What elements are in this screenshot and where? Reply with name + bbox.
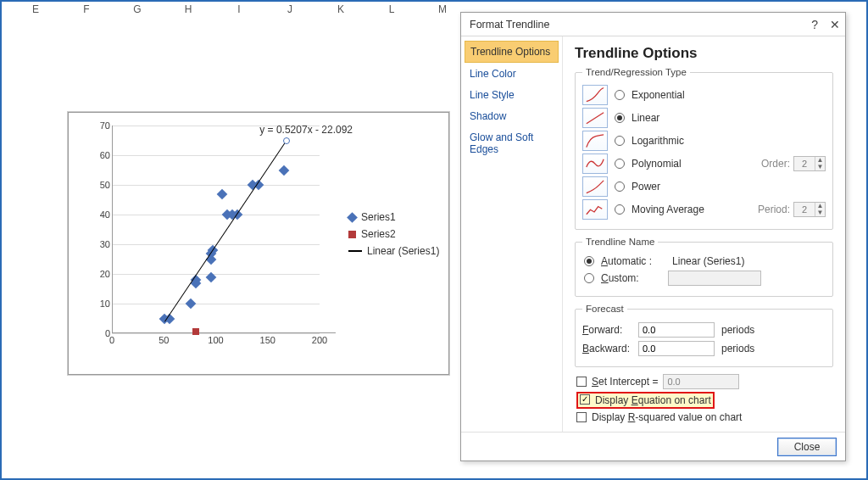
series1-point[interactable] — [186, 299, 197, 310]
legend-item-series2[interactable]: Series2 — [348, 228, 442, 240]
x-tick: 50 — [159, 335, 169, 345]
name-custom-label: Custom: — [601, 272, 639, 284]
radio-exponential[interactable] — [615, 90, 625, 100]
display-equation-row[interactable]: Display Equation on chart — [576, 392, 833, 409]
type-linear[interactable]: Linear — [582, 108, 826, 128]
radio-moving-average[interactable] — [615, 204, 625, 215]
logarithmic-icon — [582, 131, 608, 151]
dialog-titlebar[interactable]: Format Trendline ? ✕ — [461, 13, 845, 36]
exponential-icon — [582, 85, 608, 105]
col-K[interactable]: K — [315, 3, 366, 20]
period-spinner[interactable]: ▲▼ — [793, 202, 826, 217]
period-label: Period: — [758, 204, 790, 215]
chart-legend[interactable]: Series1 Series2 Linear (Series1) — [348, 206, 442, 262]
regression-type-legend: Trend/Regression Type — [582, 67, 690, 77]
col-F[interactable]: F — [61, 3, 112, 20]
radio-polynomial[interactable] — [615, 159, 625, 169]
svg-line-0 — [587, 113, 604, 124]
radio-name-custom[interactable] — [584, 273, 594, 283]
forecast-backward-unit: periods — [721, 343, 754, 354]
nav-trendline-options[interactable]: Trendline Options — [465, 41, 559, 63]
type-exponential[interactable]: Exponential — [582, 85, 826, 105]
y-tick: 40 — [90, 209, 110, 220]
dialog-title: Format Trendline — [470, 13, 549, 36]
set-intercept-row[interactable]: Set Intercept = — [576, 374, 833, 389]
set-intercept-label: Set Intercept = — [592, 376, 658, 388]
col-I[interactable]: I — [214, 3, 264, 20]
x-tick: 0 — [109, 335, 114, 345]
spreadsheet-column-headers: E F G H I J K L M — [10, 3, 468, 20]
series1-point[interactable] — [216, 188, 227, 199]
order-spinner[interactable]: ▲▼ — [793, 156, 826, 171]
forecast-group: Forecast Forward: periods Backward: peri… — [575, 304, 833, 367]
y-tick: 30 — [90, 239, 110, 249]
linear-icon — [582, 108, 608, 128]
type-moving-average[interactable]: Moving Average Period: ▲▼ — [582, 199, 826, 220]
moving-average-icon — [582, 199, 608, 220]
forecast-forward-label: Forward: — [582, 324, 632, 336]
x-tick: 100 — [208, 335, 223, 345]
nav-line-style[interactable]: Line Style — [465, 85, 559, 105]
trendline-endpoint[interactable] — [283, 137, 290, 144]
series1-point[interactable] — [279, 165, 290, 176]
legend-item-trendline[interactable]: Linear (Series1) — [348, 245, 442, 257]
checkbox-display-r2[interactable] — [576, 412, 587, 422]
polynomial-icon — [582, 153, 608, 174]
x-tick: 150 — [260, 335, 275, 345]
forecast-backward-label: Backward: — [582, 343, 632, 354]
nav-shadow[interactable]: Shadow — [465, 106, 559, 126]
order-label: Order: — [761, 158, 790, 170]
display-equation-label: Display Equation on chart — [595, 394, 711, 406]
trendline-equation-label[interactable]: y = 0.5207x - 22.092 — [259, 124, 353, 136]
forecast-forward-input[interactable] — [638, 322, 715, 338]
radio-name-automatic[interactable] — [584, 256, 594, 266]
embedded-chart[interactable]: 010203040506070 y = 0.5207x - 22.092 050… — [68, 112, 449, 375]
type-logarithmic[interactable]: Logarithmic — [582, 131, 826, 151]
trendline-name-group: Trendline Name Automatic : Linear (Serie… — [575, 237, 833, 297]
nav-line-color[interactable]: Line Color — [465, 64, 559, 84]
radio-logarithmic[interactable] — [615, 136, 625, 146]
y-tick: 70 — [90, 120, 110, 131]
chart-plot-area[interactable]: 010203040506070 y = 0.5207x - 22.092 050… — [90, 126, 336, 350]
dialog-nav: Trendline Options Line Color Line Style … — [461, 36, 563, 432]
format-trendline-dialog: Format Trendline ? ✕ Trendline Options L… — [460, 12, 846, 461]
set-intercept-input[interactable] — [663, 374, 739, 389]
help-icon[interactable]: ? — [811, 13, 818, 36]
dialog-pane: Trendline Options Trend/Regression Type … — [563, 36, 845, 432]
forecast-forward-unit: periods — [721, 324, 754, 336]
col-H[interactable]: H — [163, 3, 214, 20]
col-G[interactable]: G — [112, 3, 163, 20]
plot-inner: y = 0.5207x - 22.092 — [112, 126, 336, 333]
y-axis: 010203040506070 — [90, 126, 112, 333]
type-polynomial[interactable]: Polynomial Order: ▲▼ — [582, 153, 826, 174]
display-r2-label: Display R-squared value on chart — [592, 411, 742, 423]
col-L[interactable]: L — [366, 3, 417, 20]
forecast-legend: Forecast — [582, 304, 627, 314]
series1-point[interactable] — [206, 271, 217, 282]
forecast-backward-input[interactable] — [638, 341, 715, 356]
radio-linear[interactable] — [615, 113, 625, 123]
type-power[interactable]: Power — [582, 176, 826, 197]
order-input[interactable] — [794, 158, 815, 170]
close-icon[interactable]: ✕ — [830, 13, 840, 36]
period-input[interactable] — [794, 204, 815, 215]
name-custom-row[interactable]: Custom: — [582, 271, 826, 286]
name-automatic-row[interactable]: Automatic : Linear (Series1) — [582, 255, 826, 267]
close-button[interactable]: Close — [777, 438, 837, 456]
dialog-footer: Close — [461, 432, 845, 460]
legend-item-series1[interactable]: Series1 — [348, 211, 442, 223]
nav-glow-soft-edges[interactable]: Glow and Soft Edges — [465, 127, 559, 159]
checkbox-display-equation[interactable] — [580, 394, 590, 405]
name-custom-input[interactable] — [668, 271, 761, 286]
col-J[interactable]: J — [264, 3, 315, 20]
power-icon — [582, 176, 608, 197]
y-tick: 0 — [90, 328, 110, 338]
display-r2-row[interactable]: Display R-squared value on chart — [576, 411, 833, 423]
col-E[interactable]: E — [10, 3, 61, 20]
trendline[interactable] — [164, 141, 287, 322]
y-tick: 60 — [90, 150, 110, 160]
y-tick: 20 — [90, 269, 110, 279]
name-automatic-value: Linear (Series1) — [672, 255, 744, 267]
radio-power[interactable] — [615, 181, 625, 192]
checkbox-set-intercept[interactable] — [576, 377, 587, 387]
